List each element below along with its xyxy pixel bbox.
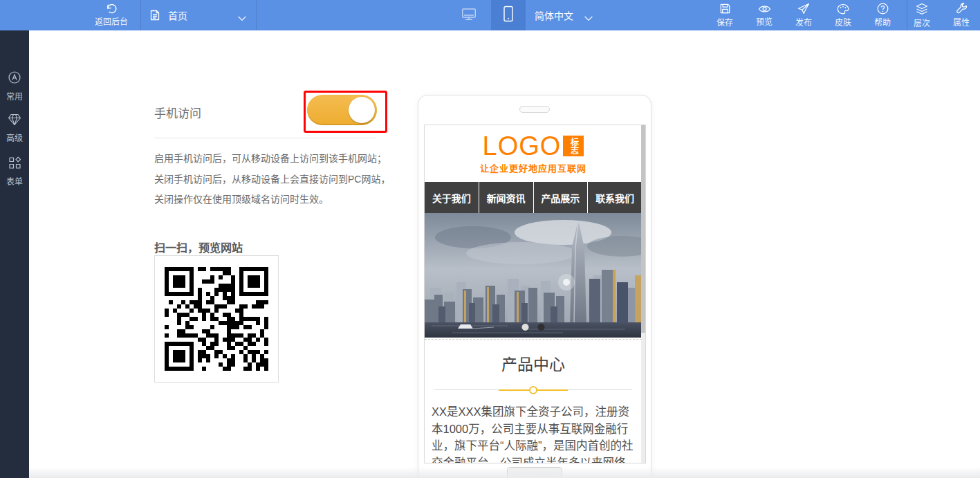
publish-button[interactable]: 发布 (784, 0, 823, 30)
save-icon (719, 3, 731, 15)
page-selector-label: 首页 (168, 8, 187, 22)
properties-button[interactable]: 属性 (942, 0, 980, 30)
sidebar-item-label: 表单 (6, 175, 23, 187)
skin-button[interactable]: 皮肤 (824, 0, 862, 30)
layers-button[interactable]: 层次 (903, 0, 941, 30)
phone-speaker (519, 106, 550, 113)
undo-icon (106, 4, 118, 14)
sidebar-item-advanced[interactable]: 高级 (0, 113, 29, 143)
settings-panel: 手机访问 启用手机访问后，可从移动设备上访问到该手机网站； 关闭手机访问后，从移… (29, 30, 980, 478)
nav-item-contact[interactable]: 联系我们 (587, 182, 642, 213)
qr-code-image (165, 267, 268, 371)
publish-label: 发布 (795, 16, 812, 28)
app-window: 返回后台 首页 (0, 0, 980, 478)
divider-knob (529, 386, 537, 394)
nav-item-about[interactable]: 关于我们 (425, 182, 479, 213)
mobile-access-title: 手机访问 (154, 104, 201, 121)
language-chevron-down-icon[interactable] (584, 12, 593, 24)
mobile-view-button[interactable] (491, 0, 526, 30)
description-line: 启用手机访问后，可从移动设备上访问到该手机网站； (154, 151, 387, 165)
sidebar-item-label: 高级 (6, 131, 23, 143)
circled-a-icon (8, 71, 21, 87)
section-divider (425, 385, 642, 395)
back-to-admin-button[interactable]: 返回后台 (89, 0, 134, 30)
page-bottom-fade (29, 467, 980, 478)
properties-label: 属性 (953, 16, 970, 28)
toolbar-divider (140, 0, 141, 30)
products-section-title: 产品中心 (425, 351, 642, 375)
site-preview: LOGO 标志 让企业更好地应用互联网 关于我们 新闻资讯 产品展示 联系我们 (425, 125, 642, 463)
preview-button[interactable]: 预览 (745, 0, 784, 30)
hero-carousel[interactable] (425, 213, 642, 338)
save-label: 保存 (716, 16, 733, 28)
site-header[interactable]: LOGO 标志 让企业更好地应用互联网 (425, 125, 642, 182)
publish-icon (797, 3, 810, 15)
layers-icon (916, 3, 928, 15)
carousel-dot[interactable] (522, 324, 529, 331)
site-logo: LOGO 标志 (483, 133, 584, 159)
phone-viewport: LOGO 标志 让企业更好地应用互联网 关于我们 新闻资讯 产品展示 联系我们 (424, 125, 646, 463)
top-toolbar: 返回后台 首页 (0, 0, 980, 30)
gem-icon (8, 113, 21, 129)
help-button[interactable]: 帮助 (863, 0, 902, 30)
skin-label: 皮肤 (835, 16, 851, 28)
language-label: 简体中文 (535, 8, 573, 22)
page-selector[interactable]: 首页 (149, 0, 187, 30)
company-intro-text: XX是XXX集团旗下全资子公司，注册资本1000万，公司主要从事互联网金融行业，… (432, 403, 636, 463)
page-icon (149, 9, 161, 21)
preview-icon (758, 4, 771, 14)
save-button[interactable]: 保存 (705, 0, 744, 30)
description-line: 关闭操作仅在使用顶级域名访问时生效。 (154, 192, 329, 205)
qr-code-box (154, 255, 279, 383)
scrollbar-thumb[interactable] (641, 125, 645, 333)
module-boundary (425, 339, 642, 340)
red-highlight-box (304, 91, 387, 133)
grid-diamond-icon (8, 156, 21, 172)
preview-scrollbar[interactable] (641, 125, 645, 463)
carousel-dots (522, 324, 545, 331)
nav-item-news[interactable]: 新闻资讯 (479, 182, 533, 213)
preview-label: 预览 (756, 15, 773, 27)
site-nav: 关于我们 新闻资讯 产品展示 联系我们 (425, 182, 642, 213)
qr-section-title: 扫一扫，预览网站 (154, 239, 243, 255)
properties-icon (956, 3, 968, 15)
back-to-admin-label: 返回后台 (95, 15, 128, 27)
desktop-view-button[interactable] (453, 0, 485, 30)
phone-preview-frame: LOGO 标志 让企业更好地应用互联网 关于我们 新闻资讯 产品展示 联系我们 (418, 95, 651, 478)
carousel-dot-active[interactable] (538, 324, 545, 331)
city-skyline-image (425, 213, 642, 338)
sidebar-item-form[interactable]: 表单 (0, 156, 29, 187)
help-icon (877, 3, 889, 15)
sidebar-item-label: 常用 (6, 90, 23, 102)
logo-text: LOGO (483, 133, 562, 159)
widget-sidebar: 常用 高级 表单 (0, 30, 29, 478)
help-label: 帮助 (874, 16, 891, 28)
desktop-icon (461, 8, 477, 24)
divider (154, 138, 376, 138)
logo-badge: 标志 (563, 136, 584, 156)
toolbar-divider (256, 0, 257, 30)
language-selector[interactable]: 简体中文 (535, 0, 573, 30)
site-tagline: 让企业更好地应用互联网 (480, 161, 586, 174)
layers-label: 层次 (914, 17, 930, 28)
mobile-icon (503, 6, 514, 25)
description-line: 关闭手机访问后，从移动设备上会直接访问到PC网站， (154, 172, 390, 185)
sidebar-item-common[interactable]: 常用 (0, 71, 29, 102)
page-chevron-down-icon[interactable] (238, 12, 246, 24)
nav-item-products[interactable]: 产品展示 (533, 182, 588, 213)
skin-icon (837, 3, 849, 15)
